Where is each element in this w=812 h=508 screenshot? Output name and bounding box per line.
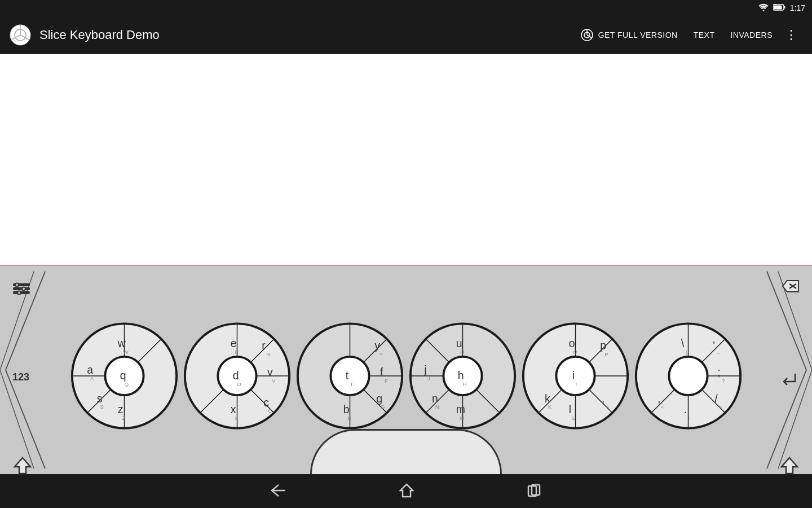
right-controls <box>777 271 802 480</box>
nav-bar <box>0 474 812 508</box>
svg-marker-31 <box>782 458 797 474</box>
backspace-button[interactable] <box>779 277 802 297</box>
svg-text:L: L <box>572 415 575 421</box>
right-shift-button[interactable] <box>777 453 802 480</box>
svg-text:|: | <box>685 349 687 355</box>
svg-text:?: ? <box>721 377 725 383</box>
svg-text:\: \ <box>681 337 684 349</box>
svg-text:x: x <box>230 403 236 415</box>
svg-text:a: a <box>87 364 93 376</box>
svg-point-24 <box>15 283 19 287</box>
settings-button[interactable] <box>10 277 33 301</box>
get-full-version-button[interactable]: GET FULL VERSION <box>572 24 686 46</box>
svg-text:J: J <box>427 375 430 381</box>
svg-text:R: R <box>266 351 270 357</box>
svg-text:.: . <box>683 403 686 415</box>
svg-text:,: , <box>602 393 604 404</box>
app-logo <box>9 24 32 46</box>
svg-text:n: n <box>431 392 438 404</box>
wheel-iopkl[interactable]: i I o O p P , < l L k K <box>520 280 630 472</box>
svg-marker-145 <box>400 484 413 497</box>
left-shift-button[interactable] <box>10 453 35 480</box>
svg-text:Z: Z <box>122 415 125 421</box>
svg-marker-28 <box>783 281 798 292</box>
svg-text:U: U <box>460 349 464 355</box>
svg-text:G: G <box>381 404 385 410</box>
recents-nav-button[interactable] <box>527 483 541 500</box>
keyboard-area[interactable]: 123 <box>0 266 812 508</box>
svg-text:r: r <box>262 339 266 352</box>
svg-text:d: d <box>232 369 239 381</box>
svg-text:i: i <box>572 369 574 381</box>
enter-button[interactable] <box>777 369 802 392</box>
svg-text:u: u <box>456 337 462 349</box>
svg-marker-27 <box>15 458 30 474</box>
svg-text:j: j <box>423 364 426 376</box>
svg-text:<: < <box>606 404 610 410</box>
svg-point-26 <box>17 291 21 295</box>
svg-text:N: N <box>435 404 439 410</box>
svg-text:+: + <box>687 415 690 421</box>
back-nav-button[interactable] <box>271 484 286 499</box>
svg-text:T: T <box>350 380 353 387</box>
svg-text:c: c <box>263 396 269 408</box>
svg-text:q: q <box>120 369 126 381</box>
svg-text:v: v <box>267 366 273 378</box>
svg-text:D: D <box>237 380 241 387</box>
invaders-button[interactable]: INVADERS <box>722 26 780 44</box>
svg-text:/: / <box>714 392 718 404</box>
svg-text:;: ; <box>717 366 720 378</box>
svg-rect-2 <box>784 6 785 8</box>
svg-text:P: P <box>604 351 608 357</box>
svg-text:e: e <box>230 337 236 349</box>
svg-point-0 <box>762 10 764 11</box>
wheel-qwasz[interactable]: q Q w W a A s S z Z <box>69 280 179 472</box>
svg-text:z: z <box>117 403 123 415</box>
text-button[interactable]: TEXT <box>686 26 723 44</box>
left-controls: 123 <box>10 271 35 480</box>
svg-text:I: I <box>575 380 577 387</box>
svg-text:B: B <box>347 415 351 421</box>
svg-text:H: H <box>462 380 466 387</box>
wheel-dercxv[interactable]: d D e E r R v V c C x X <box>182 280 292 472</box>
svg-point-75 <box>330 356 369 395</box>
svg-point-131 <box>669 356 707 395</box>
svg-text:C: C <box>268 408 272 414</box>
svg-text:S: S <box>100 404 104 410</box>
battery-icon <box>773 4 785 12</box>
svg-text:p: p <box>600 339 606 352</box>
svg-text:W: W <box>123 349 129 355</box>
wheel-symbols[interactable]: \ | ' " ; ? / > . + , < <box>633 280 743 472</box>
svg-text:": " <box>717 351 720 357</box>
svg-text:Y: Y <box>379 351 383 357</box>
svg-text:A: A <box>90 375 94 381</box>
svg-text:o: o <box>568 337 575 349</box>
svg-text:M: M <box>460 415 464 421</box>
svg-text:w: w <box>117 337 126 349</box>
more-options-button[interactable]: ⋮ <box>780 28 803 42</box>
numbers-button[interactable]: 123 <box>10 369 32 386</box>
svg-text:m: m <box>456 403 465 415</box>
svg-text:V: V <box>271 377 275 383</box>
svg-text:l: l <box>568 403 571 415</box>
svg-text:F: F <box>384 377 387 383</box>
svg-point-111 <box>556 356 594 395</box>
time-display: 1:17 <box>790 3 805 12</box>
content-area[interactable] <box>0 54 812 266</box>
svg-text:g: g <box>376 392 382 404</box>
svg-text:h: h <box>457 369 464 381</box>
svg-text:Q: Q <box>124 380 129 387</box>
svg-text:E: E <box>235 349 239 355</box>
svg-text:b: b <box>343 403 349 415</box>
svg-text:y: y <box>374 339 380 352</box>
svg-text:t: t <box>345 369 348 381</box>
svg-point-25 <box>22 287 25 291</box>
svg-text:s: s <box>96 392 102 404</box>
home-nav-button[interactable] <box>399 483 414 500</box>
svg-text:O: O <box>573 349 577 355</box>
svg-text:k: k <box>544 392 550 404</box>
svg-text:<: < <box>660 404 664 410</box>
wifi-icon <box>758 3 769 13</box>
keyboard-arch <box>310 429 502 474</box>
status-bar: 1:17 <box>0 0 812 16</box>
